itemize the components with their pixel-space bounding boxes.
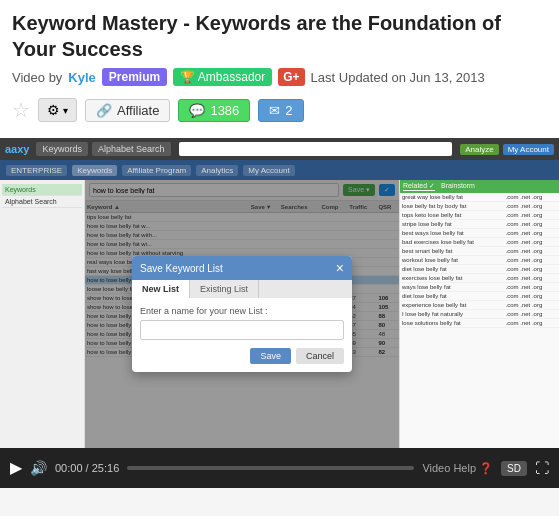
quality-button[interactable]: SD <box>501 461 527 476</box>
sidebar-keywords: Keywords <box>2 184 82 196</box>
video-screenshot: aaxy Keywords Alphabet Search Analyze My… <box>0 138 559 448</box>
list-item: lose belly fat by body fat.com .net .org <box>400 202 559 211</box>
toolbar-affiliate: Affiliate Program <box>122 165 191 176</box>
my-account-button: My Account <box>503 144 554 155</box>
settings-button[interactable]: ⚙ ▾ <box>38 98 77 122</box>
save-keyword-modal: Save Keyword List × New List Existing Li… <box>132 256 352 372</box>
modal-overlay: Save Keyword List × New List Existing Li… <box>85 180 399 448</box>
modal-close-button[interactable]: × <box>336 261 344 275</box>
comment-button[interactable]: 💬 1386 <box>178 99 250 122</box>
list-item: diet lose belly fat.com .net .org <box>400 292 559 301</box>
modal-actions: Save Cancel <box>140 348 344 364</box>
list-item: workout lose belly fat.com .net .org <box>400 256 559 265</box>
chevron-down-icon: ▾ <box>63 105 68 116</box>
list-item: I lose belly fat naturally.com .net .org <box>400 310 559 319</box>
right-panel-table: great way lose belly fat.com .net .org l… <box>400 193 559 328</box>
meta-row: Video by Kyle Premium 🏆 Ambassador G+ La… <box>12 68 547 86</box>
author-link[interactable]: Kyle <box>68 70 95 85</box>
browser-tab-alphabet: Alphabet Search <box>92 142 171 156</box>
page-header: Keyword Mastery - Keywords are the Found… <box>0 0 559 138</box>
modal-cancel-button[interactable]: Cancel <box>296 348 344 364</box>
browser-logo: aaxy <box>5 143 29 155</box>
video-help-button[interactable]: Video Help ❓ <box>422 462 493 475</box>
list-item: ways lose belly fat.com .net .org <box>400 283 559 292</box>
browser-tab-keywords: Keywords <box>36 142 88 156</box>
toolbar-myaccount: My Account <box>243 165 294 176</box>
email-button[interactable]: ✉ 2 <box>258 99 303 122</box>
modal-title: Save Keyword List <box>140 263 223 274</box>
video-container: aaxy Keywords Alphabet Search Analyze My… <box>0 138 559 488</box>
gplus-badge: G+ <box>278 68 304 86</box>
modal-tabs: New List Existing List <box>132 280 352 298</box>
premium-badge: Premium <box>102 68 167 86</box>
list-item: tops keto lose belly fat.com .net .org <box>400 211 559 220</box>
list-item: stripe lose belly fat.com .net .org <box>400 220 559 229</box>
keyword-sidebar: Keywords Alphabet Search <box>0 180 85 448</box>
keyword-main: Save ▾ ✓ Keyword ▲ Save ▾ Searches Comp … <box>85 180 399 448</box>
analyze-button: Analyze <box>460 144 498 155</box>
list-item: best ways lose belly fat.com .net .org <box>400 229 559 238</box>
right-tab-related[interactable]: Related ✓ <box>403 182 435 191</box>
ambassador-badge: 🏆 Ambassador <box>173 68 272 86</box>
app-toolbar: ENTERPRISE Keywords Affiliate Program An… <box>0 160 559 180</box>
list-item: experience lose belly fat.com .net .org <box>400 301 559 310</box>
comment-icon: 💬 <box>189 103 205 118</box>
modal-save-button[interactable]: Save <box>250 348 291 364</box>
modal-input-label: Enter a name for your new List : <box>140 306 344 316</box>
list-item: exercises lose belly fat.com .net .org <box>400 274 559 283</box>
toolbar-analytics: Analytics <box>196 165 238 176</box>
email-count: 2 <box>285 103 292 118</box>
affiliate-button[interactable]: 🔗 Affiliate <box>85 99 170 122</box>
modal-header: Save Keyword List × <box>132 256 352 280</box>
comment-count: 1386 <box>210 103 239 118</box>
email-icon: ✉ <box>269 103 280 118</box>
link-icon: 🔗 <box>96 103 112 118</box>
right-panel: Related ✓ Brainstorm great way lose bell… <box>399 180 559 448</box>
play-pause-button[interactable]: ▶ <box>10 460 22 476</box>
video-label: Video by <box>12 70 62 85</box>
page-title: Keyword Mastery - Keywords are the Found… <box>12 10 547 62</box>
total-time: 25:16 <box>92 462 120 474</box>
sidebar-alphabet: Alphabet Search <box>2 196 82 208</box>
progress-bar[interactable] <box>127 466 414 470</box>
right-panel-tabs: Related ✓ Brainstorm <box>400 180 559 193</box>
list-item: great way lose belly fat.com .net .org <box>400 193 559 202</box>
list-name-input[interactable] <box>140 320 344 340</box>
keyword-area: Keywords Alphabet Search Save ▾ ✓ Keywor… <box>0 180 559 448</box>
right-tab-brainstorm[interactable]: Brainstorm <box>441 182 475 191</box>
time-display: 00:00 / 25:16 <box>55 462 119 474</box>
current-time: 00:00 <box>55 462 83 474</box>
toolbar-keywords: Keywords <box>72 165 117 176</box>
tab-existing-list[interactable]: Existing List <box>190 280 259 298</box>
list-item: diet lose belly fat.com .net .org <box>400 265 559 274</box>
volume-icon: 🔊 <box>30 460 47 476</box>
list-item: best smart belly fat.com .net .org <box>400 247 559 256</box>
modal-body: Enter a name for your new List : Save Ca… <box>132 298 352 372</box>
toolbar-enterprise: ENTERPRISE <box>6 165 67 176</box>
video-controls: ▶ 🔊 00:00 / 25:16 Video Help ❓ SD ⛶ <box>0 448 559 488</box>
action-row: ☆ ⚙ ▾ 🔗 Affiliate 💬 1386 ✉ 2 <box>12 94 547 130</box>
list-item: bad exercises lose belly fat.com .net .o… <box>400 238 559 247</box>
browser-navbar: aaxy Keywords Alphabet Search Analyze My… <box>0 138 559 160</box>
browser-search-bar <box>179 142 453 156</box>
list-item: lose solutions belly fat.com .net .org <box>400 319 559 328</box>
star-button[interactable]: ☆ <box>12 100 30 120</box>
last-updated: Last Updated on Jun 13, 2013 <box>311 70 485 85</box>
tab-new-list[interactable]: New List <box>132 280 190 298</box>
fullscreen-button[interactable]: ⛶ <box>535 460 549 476</box>
gear-icon: ⚙ <box>47 102 60 118</box>
affiliate-label: Affiliate <box>117 103 159 118</box>
